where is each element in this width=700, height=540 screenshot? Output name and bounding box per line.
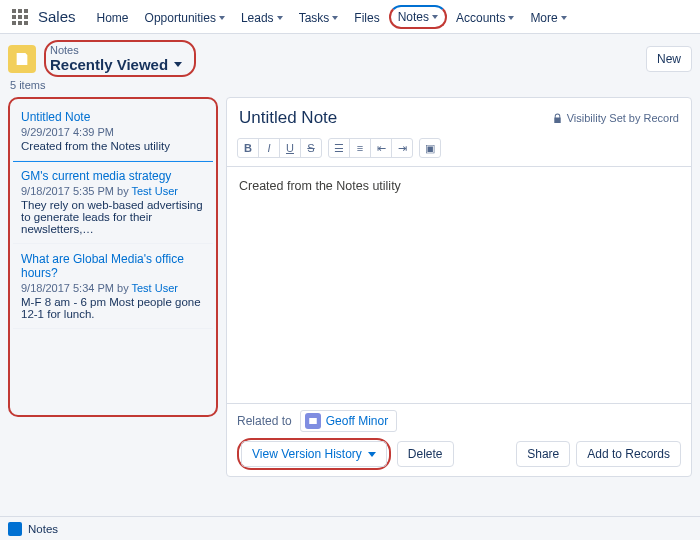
image-button[interactable]: ▣ xyxy=(419,138,441,158)
add-to-records-button[interactable]: Add to Records xyxy=(576,441,681,467)
note-preview: They rely on web-based advertising to ge… xyxy=(21,199,205,235)
nav-tab-leads[interactable]: Leads xyxy=(234,2,290,31)
app-name: Sales xyxy=(38,8,76,25)
italic-button[interactable]: I xyxy=(258,138,280,158)
nav-tab-opportunities[interactable]: Opportunities xyxy=(138,2,232,31)
note-preview: M-F 8 am - 6 pm Most people gone 12-1 fo… xyxy=(21,296,205,320)
version-history-highlight: View Version History xyxy=(237,438,391,470)
utility-bar: Notes xyxy=(0,516,700,540)
strike-button[interactable]: S xyxy=(300,138,322,158)
visibility-label: Visibility Set by Record xyxy=(552,112,679,124)
outdent-button[interactable]: ⇤ xyxy=(370,138,392,158)
global-header: Sales HomeOpportunitiesLeadsTasksFilesNo… xyxy=(0,0,700,34)
notes-list: Untitled Note9/29/2017 4:39 PMCreated fr… xyxy=(13,102,213,412)
listview-name: Recently Viewed xyxy=(50,56,168,73)
chevron-down-icon xyxy=(432,15,438,19)
notes-utility-label[interactable]: Notes xyxy=(28,523,58,535)
notes-utility-icon[interactable] xyxy=(8,522,22,536)
nav-tab-notes[interactable]: Notes xyxy=(389,5,447,29)
note-detail: Untitled Note Visibility Set by Record B… xyxy=(226,97,692,477)
note-link[interactable]: What are Global Media's office hours? xyxy=(21,252,205,280)
chevron-down-icon xyxy=(508,16,514,20)
number-list-button[interactable]: ≡ xyxy=(349,138,371,158)
share-button[interactable]: Share xyxy=(516,441,570,467)
chevron-down-icon xyxy=(277,16,283,20)
note-link[interactable]: Untitled Note xyxy=(21,110,205,124)
underline-button[interactable]: U xyxy=(279,138,301,158)
nav-tabs: HomeOpportunitiesLeadsTasksFilesNotesAcc… xyxy=(90,2,574,31)
notes-object-icon xyxy=(8,45,36,73)
chevron-down-icon xyxy=(561,16,567,20)
new-button[interactable]: New xyxy=(646,46,692,72)
related-record-chip[interactable]: Geoff Minor xyxy=(300,410,397,432)
chevron-down-icon xyxy=(368,452,376,457)
list-item[interactable]: GM's current media strategy9/18/2017 5:3… xyxy=(13,161,213,244)
item-count: 5 items xyxy=(10,79,692,91)
related-to-label: Related to xyxy=(237,414,292,428)
note-title[interactable]: Untitled Note xyxy=(239,108,544,128)
app-launcher-icon[interactable] xyxy=(8,5,32,29)
bold-button[interactable]: B xyxy=(237,138,259,158)
note-meta: 9/29/2017 4:39 PM xyxy=(21,126,205,138)
page-header: Notes Recently Viewed New xyxy=(8,40,692,77)
note-body[interactable]: Created from the Notes utility xyxy=(227,167,691,403)
rte-toolbar: B I U S ☰ ≡ ⇤ ⇥ ▣ xyxy=(227,134,691,167)
list-item[interactable]: What are Global Media's office hours?9/1… xyxy=(13,244,213,329)
related-to-row: Related to Geoff Minor xyxy=(237,410,681,432)
contact-icon xyxy=(305,413,321,429)
chevron-down-icon xyxy=(219,16,225,20)
view-version-history-button[interactable]: View Version History xyxy=(241,441,387,467)
nav-tab-files[interactable]: Files xyxy=(347,2,386,31)
chevron-down-icon xyxy=(332,16,338,20)
notes-list-highlight: Untitled Note9/29/2017 4:39 PMCreated fr… xyxy=(8,97,218,417)
user-link[interactable]: Test User xyxy=(132,185,178,197)
listview-picker[interactable]: Recently Viewed xyxy=(50,56,182,73)
delete-button[interactable]: Delete xyxy=(397,441,454,467)
indent-button[interactable]: ⇥ xyxy=(391,138,413,158)
lock-icon xyxy=(552,113,563,124)
chevron-down-icon xyxy=(174,62,182,67)
nav-tab-accounts[interactable]: Accounts xyxy=(449,2,521,31)
listview-picker-highlight: Notes Recently Viewed xyxy=(44,40,196,77)
nav-tab-home[interactable]: Home xyxy=(90,2,136,31)
note-meta: 9/18/2017 5:34 PM by Test User xyxy=(21,282,205,294)
bullet-list-button[interactable]: ☰ xyxy=(328,138,350,158)
note-link[interactable]: GM's current media strategy xyxy=(21,169,205,183)
user-link[interactable]: Test User xyxy=(132,282,178,294)
list-item[interactable]: Untitled Note9/29/2017 4:39 PMCreated fr… xyxy=(13,102,213,161)
nav-tab-tasks[interactable]: Tasks xyxy=(292,2,346,31)
note-meta: 9/18/2017 5:35 PM by Test User xyxy=(21,185,205,197)
note-preview: Created from the Notes utility xyxy=(21,140,205,152)
nav-tab-more[interactable]: More xyxy=(523,2,573,31)
object-label: Notes xyxy=(50,44,182,56)
